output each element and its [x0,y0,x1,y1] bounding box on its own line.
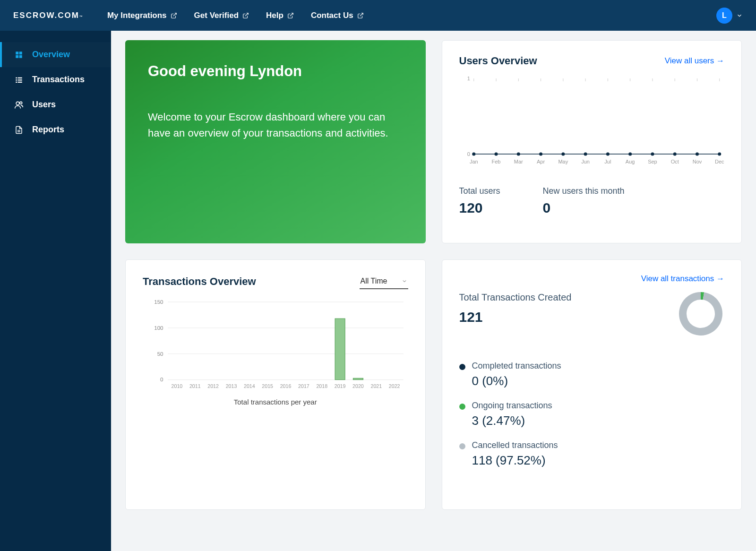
svg-text:Nov: Nov [692,159,702,164]
stat-value: 0 [543,200,625,216]
nav-integrations[interactable]: My Integrations [107,11,177,20]
svg-text:Sep: Sep [648,159,657,164]
legend-value: 118 (97.52%) [472,453,558,468]
svg-text:0: 0 [160,376,163,382]
svg-rect-13 [18,81,22,82]
stat-new-users: New users this month 0 [543,186,625,216]
sidebar-item-label: Overview [32,50,70,60]
sidebar-item-label: Reports [32,125,64,135]
svg-point-42 [584,153,587,156]
svg-point-54 [718,153,721,156]
legend-dot-icon [459,364,465,370]
sidebar-item-label: Users [32,100,56,110]
users-overview-card: Users Overview View all users → 01JanFeb… [442,40,742,243]
avatar-initial: L [722,11,727,20]
svg-point-34 [494,153,498,156]
svg-rect-6 [16,55,18,58]
svg-text:2017: 2017 [298,383,309,389]
time-filter-select[interactable]: All Time [360,274,408,289]
bar-chart-caption: Total transactions per year [143,398,408,406]
svg-point-52 [695,153,698,156]
legend-value: 3 (2.47%) [472,413,552,428]
svg-line-2 [290,13,293,16]
external-link-icon [287,12,294,19]
nav-verified[interactable]: Get Verified [194,11,249,20]
svg-line-1 [245,13,248,16]
legend-dot-icon [459,404,465,410]
nav-help[interactable]: Help [266,11,294,20]
svg-rect-4 [16,52,18,54]
sidebar-item-label: Transactions [32,75,85,85]
svg-rect-73 [335,319,345,379]
svg-text:2019: 2019 [335,383,346,389]
svg-rect-10 [16,79,17,80]
view-all-users-link[interactable]: View all users → [665,56,724,66]
view-all-transactions-link[interactable]: View all transactions → [641,274,724,284]
legend-label: Completed transactions [472,361,561,371]
svg-rect-75 [353,378,363,379]
legend-cancelled: Cancelled transactions 118 (97.52%) [459,440,725,468]
svg-text:Apr: Apr [537,159,545,164]
time-filter-value: All Time [361,277,387,285]
svg-rect-7 [19,55,22,58]
svg-text:2018: 2018 [316,383,327,389]
svg-text:Jan: Jan [469,159,478,164]
avatar: L [716,8,732,24]
svg-text:2012: 2012 [207,383,219,389]
hero-subtitle: Welcome to your Escrow dashboard where y… [148,109,403,141]
external-link-icon [171,12,177,19]
transactions-card-title: Transactions Overview [143,276,256,288]
transaction-summary-card: View all transactions → Total Transactio… [442,259,742,510]
svg-text:2014: 2014 [244,383,255,389]
users-line-chart: 01JanFebMarAprMayJunJulAugSepOctNovDec [459,74,725,168]
svg-text:2016: 2016 [280,383,292,389]
nav-contact-label: Contact Us [311,11,353,20]
svg-text:Jun: Jun [581,159,590,164]
svg-text:2013: 2013 [226,383,237,389]
svg-text:May: May [558,159,568,164]
total-transactions-value: 121 [459,309,640,325]
svg-rect-11 [18,79,22,80]
nav-verified-label: Get Verified [194,11,239,20]
top-nav: My Integrations Get Verified Help Contac… [107,11,364,20]
svg-point-44 [606,153,609,156]
svg-text:2022: 2022 [389,383,400,389]
svg-text:50: 50 [157,351,163,357]
logo[interactable]: ESCROW.COM™ [13,11,84,20]
svg-point-46 [628,153,632,156]
chevron-down-icon [402,278,407,284]
user-menu[interactable]: L [716,8,743,24]
legend-ongoing: Ongoing transactions 3 (2.47%) [459,401,725,428]
svg-point-32 [472,153,475,156]
svg-line-3 [360,13,362,16]
users-card-title: Users Overview [459,55,537,67]
nav-integrations-label: My Integrations [107,11,167,20]
hero-card: Good evening Lyndon Welcome to your Escr… [125,40,426,243]
svg-rect-8 [16,77,17,78]
nav-contact[interactable]: Contact Us [311,11,364,20]
external-link-icon [242,12,249,19]
sidebar-item-users[interactable]: Users [0,92,111,117]
stat-label: New users this month [543,186,625,196]
hero-title: Good evening Lyndon [148,63,403,80]
svg-text:100: 100 [154,325,163,331]
svg-point-15 [20,102,22,104]
svg-text:0: 0 [467,151,470,157]
svg-point-36 [516,153,520,156]
dashboard-icon [14,50,24,60]
transactions-overview-card: Transactions Overview All Time 050100150… [125,259,426,510]
sidebar-item-transactions[interactable]: Transactions [0,67,111,92]
nav-help-label: Help [266,11,284,20]
stat-total-users: Total users 120 [459,186,500,216]
svg-point-38 [539,153,542,156]
svg-text:2015: 2015 [262,383,273,389]
svg-text:150: 150 [154,299,163,305]
svg-text:Mar: Mar [514,159,523,164]
sidebar-item-reports[interactable]: Reports [0,117,111,142]
external-link-icon [357,12,364,19]
svg-point-14 [16,102,19,105]
sidebar-item-overview[interactable]: Overview [0,42,111,67]
svg-text:2011: 2011 [189,383,201,389]
legend-label: Cancelled transactions [472,440,558,450]
transactions-bar-chart: 0501001502010201120122013201420152016201… [143,296,408,406]
